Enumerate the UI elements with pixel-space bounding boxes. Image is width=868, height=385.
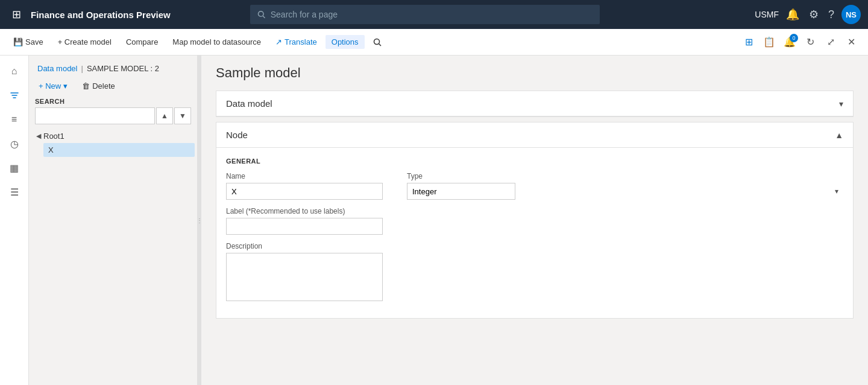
toolbar-right-actions: ⊞ 📋 🔔 0 ↻ ⤢ ✕ <box>739 33 861 52</box>
top-navigation: ⊞ Finance and Operations Preview USMF 🔔 … <box>0 0 868 29</box>
node-title: Node <box>226 130 248 140</box>
top-nav-right: USMF 🔔 ⚙ ? NS <box>755 5 861 24</box>
data-model-section: Data model ▾ <box>216 91 854 117</box>
description-textarea[interactable] <box>226 253 383 301</box>
type-select-wrap: Integer String Boolean Real Date DateTim… <box>407 183 843 200</box>
badge-icon-btn[interactable]: 🔔 0 <box>780 33 799 52</box>
home-icon[interactable]: ⌂ <box>4 60 25 82</box>
save-icon: 💾 <box>13 37 23 46</box>
node-chevron-icon: ▲ <box>835 130 843 140</box>
svg-point-2 <box>374 39 379 44</box>
translate-button[interactable]: ↗ Translate <box>269 35 323 49</box>
connected-icon-btn[interactable]: ⊞ <box>739 33 758 52</box>
search-label: SEARCH <box>35 98 191 105</box>
tree-children: X <box>43 143 195 157</box>
avatar[interactable]: NS <box>841 5 861 24</box>
description-group: Description <box>226 242 383 301</box>
toolbar-search-button[interactable] <box>367 36 388 49</box>
description-label: Description <box>226 242 383 250</box>
close-icon-btn[interactable]: ✕ <box>841 33 861 52</box>
search-icon <box>257 10 265 19</box>
type-group: Type Integer String Boolean Real Date Da… <box>407 172 843 200</box>
node-section: Node ▲ GENERAL Name Label (*Recommended … <box>216 122 854 319</box>
name-group: Name <box>226 172 383 200</box>
type-label: Type <box>407 172 843 180</box>
tree-child-node[interactable]: X <box>43 143 195 157</box>
search-section: SEARCH ▲ ▼ <box>29 98 197 129</box>
search-up-button[interactable]: ▲ <box>156 107 173 124</box>
main-layout: ⌂ ≡ ◷ ▦ ☰ Data model | SAMPLE MODEL : 2 … <box>0 56 868 385</box>
name-input[interactable] <box>226 183 383 200</box>
tree-root-node[interactable]: ◀ Root1 <box>31 129 195 143</box>
form-grid: Name Label (*Recommended to use labels) … <box>226 172 843 308</box>
page-title: Sample model <box>216 65 854 81</box>
grid-menu-icon[interactable]: ⊞ <box>7 5 26 24</box>
delete-button[interactable]: 🗑 Delete <box>77 79 120 93</box>
right-panel: Sample model Data model ▾ Node ▲ GENERAL <box>201 56 868 385</box>
search-row: ▲ ▼ <box>35 107 191 124</box>
toolbar: 💾 Save + Create model Compare Map model … <box>0 29 868 56</box>
data-model-section-header[interactable]: Data model ▾ <box>216 91 853 116</box>
collapse-icon: ◀ <box>36 132 41 140</box>
form-right-column: Type Integer String Boolean Real Date Da… <box>407 172 843 308</box>
notification-badge: 0 <box>790 34 798 42</box>
label-input[interactable] <box>226 218 383 235</box>
history-icon[interactable]: ◷ <box>4 133 25 154</box>
view-icon-btn[interactable]: 📋 <box>760 33 779 52</box>
type-select[interactable]: Integer String Boolean Real Date DateTim… <box>407 183 515 200</box>
form-left-column: Name Label (*Recommended to use labels) … <box>226 172 383 308</box>
tree-search-input[interactable] <box>35 107 155 124</box>
node-section-body: GENERAL Name Label (*Recommended to use … <box>216 148 853 318</box>
label-group: Label (*Recommended to use labels) <box>226 207 383 235</box>
label-label: Label (*Recommended to use labels) <box>226 207 383 215</box>
translate-icon: ↗ <box>275 37 282 46</box>
help-icon[interactable]: ? <box>826 6 837 24</box>
breadcrumb-separator: | <box>81 64 83 73</box>
sidebar-icons: ⌂ ≡ ◷ ▦ ☰ <box>0 56 29 385</box>
general-label: GENERAL <box>226 158 843 165</box>
svg-line-1 <box>263 16 265 18</box>
search-toolbar-icon <box>373 38 382 46</box>
breadcrumb-link[interactable]: Data model <box>37 64 77 73</box>
child-label: X <box>48 145 54 154</box>
notification-icon[interactable]: 🔔 <box>784 5 802 24</box>
save-button[interactable]: 💾 Save <box>7 35 49 49</box>
user-label: USMF <box>755 10 779 19</box>
breadcrumb-current: SAMPLE MODEL : 2 <box>87 64 159 73</box>
left-panel: Data model | SAMPLE MODEL : 2 + New ▾ 🗑 … <box>29 56 198 385</box>
svg-line-3 <box>379 43 381 46</box>
search-down-button[interactable]: ▼ <box>174 107 191 124</box>
type-select-chevron-icon: ▾ <box>835 187 838 196</box>
refresh-icon-btn[interactable]: ↻ <box>800 33 820 52</box>
breadcrumb: Data model | SAMPLE MODEL : 2 <box>29 60 197 77</box>
expand-icon-btn[interactable]: ⤢ <box>821 33 840 52</box>
filter-icon[interactable] <box>4 84 25 106</box>
create-model-button[interactable]: + Create model <box>52 35 118 49</box>
search-bar[interactable] <box>250 5 600 24</box>
svg-point-0 <box>259 11 264 17</box>
compare-button[interactable]: Compare <box>120 35 164 49</box>
app-title: Finance and Operations Preview <box>31 10 171 20</box>
name-label: Name <box>226 172 383 180</box>
map-model-button[interactable]: Map model to datasource <box>166 35 267 49</box>
new-button[interactable]: + New ▾ <box>34 79 72 93</box>
chevron-down-icon: ▾ <box>63 81 68 91</box>
search-input[interactable] <box>271 10 593 19</box>
root-label: Root1 <box>43 132 64 141</box>
grid-view-icon[interactable]: ▦ <box>4 157 25 179</box>
panel-actions: + New ▾ 🗑 Delete <box>29 77 197 98</box>
data-model-title: Data model <box>226 98 272 109</box>
settings-icon[interactable]: ⚙ <box>807 5 821 24</box>
node-section-header[interactable]: Node ▲ <box>216 122 853 148</box>
data-model-chevron-icon: ▾ <box>839 99 843 109</box>
tasks-icon[interactable]: ☰ <box>4 181 25 203</box>
delete-icon: 🗑 <box>82 81 90 91</box>
options-button[interactable]: Options <box>326 35 365 49</box>
menu-icon[interactable]: ≡ <box>4 109 25 130</box>
tree-container: ◀ Root1 X <box>29 129 197 380</box>
